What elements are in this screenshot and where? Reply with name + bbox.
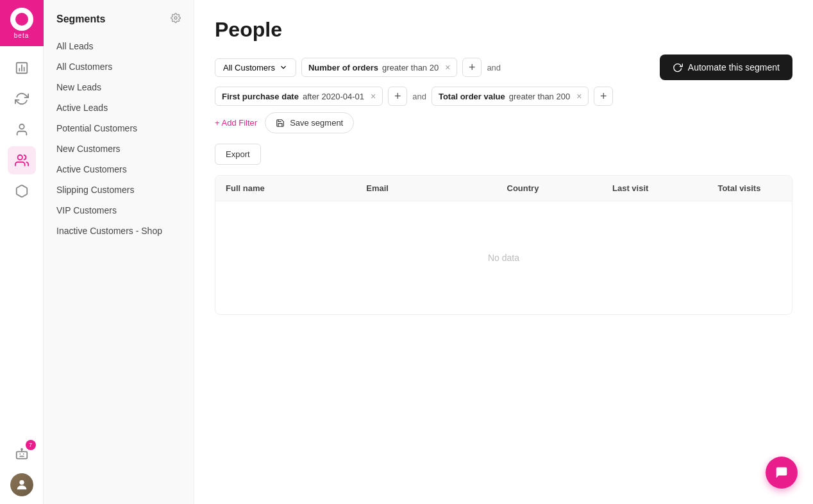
sidebar-item-active-customers[interactable]: Active Customers	[44, 159, 194, 180]
svg-point-4	[21, 449, 22, 450]
svg-point-1	[19, 124, 24, 129]
user-avatar[interactable]	[10, 473, 33, 496]
beta-badge: beta	[14, 32, 29, 39]
chip-close-purchase-date[interactable]: ×	[371, 91, 376, 101]
icon-bar-bottom: 7	[8, 440, 36, 504]
and-label-row2: and	[412, 92, 426, 101]
add-filter-text-button[interactable]: + Add Filter	[215, 118, 257, 128]
logo-circle	[10, 8, 33, 31]
svg-point-5	[19, 480, 24, 485]
filter-chip-purchase-date[interactable]: First purchase date after 2020-04-01 ×	[215, 87, 383, 106]
col-fullname: Full name	[215, 176, 356, 201]
chat-bubble-button[interactable]	[766, 457, 798, 489]
person-icon[interactable]	[8, 115, 36, 144]
filter-chip-orders[interactable]: Number of orders greater than 20 ×	[301, 58, 457, 77]
main-content: People All Customers Number of orders gr…	[194, 0, 813, 504]
chip-close-order-value[interactable]: ×	[576, 91, 582, 101]
automate-btn-label: Automate this segment	[688, 62, 780, 72]
bot-icon-wrapper: 7	[8, 440, 36, 468]
segment-dropdown-label: All Customers	[223, 63, 275, 72]
sidebar-item-inactive-customers-shop[interactable]: Inactive Customers - Shop	[44, 221, 194, 241]
sidebar-gear-icon[interactable]	[171, 13, 181, 26]
col-lastvisit: Last visit	[602, 176, 707, 201]
bar-chart-icon[interactable]	[8, 54, 36, 82]
export-button[interactable]: Export	[215, 144, 261, 165]
and-label-row1: and	[487, 63, 501, 72]
chip-key-orders: Number of orders	[308, 63, 378, 72]
notification-badge: 7	[26, 440, 36, 450]
sidebar-item-potential-customers[interactable]: Potential Customers	[44, 118, 194, 139]
app-logo[interactable]: beta	[0, 0, 44, 46]
results-table: Full name Email Country Last visit Total…	[215, 175, 792, 315]
people-icon[interactable]	[8, 146, 36, 174]
logo-inner	[15, 13, 28, 26]
sidebar-items: All Leads All Customers New Leads Active…	[44, 36, 194, 241]
chip-key-purchase-date: First purchase date	[222, 92, 299, 101]
refresh-icon[interactable]	[8, 85, 36, 113]
automate-segment-button[interactable]: Automate this segment	[660, 55, 792, 80]
filter-chip-order-value[interactable]: Total order value greater than 200 ×	[432, 87, 589, 106]
chip-key-order-value: Total order value	[439, 92, 505, 101]
filter-actions: + Add Filter Save segment	[215, 112, 792, 133]
sidebar-title: Segments	[56, 13, 105, 25]
save-segment-button[interactable]: Save segment	[265, 112, 354, 133]
col-totalvisits: Total visits	[707, 176, 792, 201]
chip-val-purchase-date: after 2020-04-01	[303, 92, 364, 101]
chip-val-orders: greater than 20	[382, 63, 439, 72]
sidebar-header: Segments	[44, 13, 194, 36]
sidebar-item-active-leads[interactable]: Active Leads	[44, 97, 194, 118]
table-header: Full name Email Country Last visit Total…	[215, 176, 792, 201]
page-title: People	[215, 18, 792, 42]
chip-val-order-value: greater than 200	[509, 92, 570, 101]
svg-rect-3	[16, 451, 27, 458]
segment-dropdown[interactable]: All Customers	[215, 58, 296, 77]
col-email: Email	[356, 176, 496, 201]
sidebar: Segments All Leads All Customers New Lea…	[44, 0, 194, 504]
add-filter-btn-row2a[interactable]: +	[388, 87, 407, 106]
sidebar-item-all-customers[interactable]: All Customers	[44, 56, 194, 77]
avatar-image	[10, 473, 33, 496]
sidebar-item-new-customers[interactable]: New Customers	[44, 139, 194, 159]
filter-row-1: All Customers Number of orders greater t…	[215, 58, 501, 77]
nav-icons	[8, 46, 36, 440]
filter-area: All Customers Number of orders greater t…	[215, 55, 792, 133]
chip-close-orders[interactable]: ×	[445, 62, 450, 72]
sidebar-item-vip-customers[interactable]: VIP Customers	[44, 200, 194, 221]
sidebar-item-slipping-customers[interactable]: Slipping Customers	[44, 180, 194, 200]
sidebar-item-all-leads[interactable]: All Leads	[44, 36, 194, 56]
save-segment-label: Save segment	[290, 118, 343, 128]
table-empty-state: No data	[215, 201, 792, 314]
svg-point-2	[17, 155, 22, 160]
filter-row-2: First purchase date after 2020-04-01 × +…	[215, 87, 792, 106]
box-icon[interactable]	[8, 177, 36, 205]
filter-top-row: All Customers Number of orders greater t…	[215, 55, 792, 80]
col-country: Country	[497, 176, 602, 201]
icon-bar: beta 7	[0, 0, 44, 504]
add-filter-btn-row1[interactable]: +	[462, 58, 482, 77]
sidebar-item-new-leads[interactable]: New Leads	[44, 77, 194, 97]
svg-point-6	[174, 17, 177, 19]
add-filter-btn-row2b[interactable]: +	[594, 87, 613, 106]
